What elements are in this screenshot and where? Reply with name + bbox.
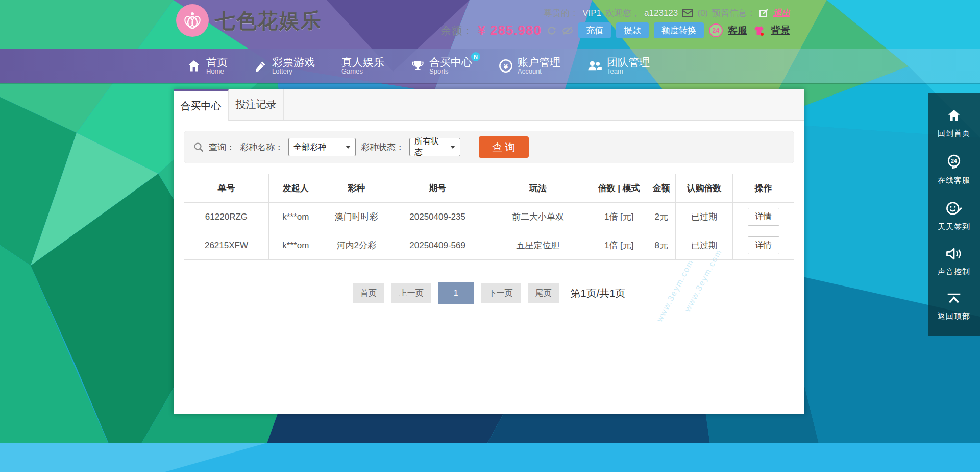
- next-page-button[interactable]: 下一页: [481, 283, 521, 303]
- welcome-text: 欢迎您，: [605, 7, 640, 19]
- cell-play: 前二大小单双: [485, 203, 591, 231]
- col-amount: 金额: [647, 174, 676, 203]
- group-buy-table: 单号 发起人 彩种 期号 玩法 倍数 | 模式 金额 认购倍数 操作 61220…: [184, 174, 794, 260]
- logout-link[interactable]: 退出: [773, 7, 790, 19]
- sidebar-item-sound[interactable]: 声音控制: [938, 247, 970, 277]
- nav-item-group-buy[interactable]: 合买中心Sports N: [411, 56, 472, 76]
- cell-amount: 8元: [647, 231, 676, 260]
- home-icon: [186, 59, 202, 73]
- search-icon: [193, 142, 204, 152]
- yen-coin-icon: ¥: [499, 59, 513, 73]
- detail-button[interactable]: 详情: [748, 208, 779, 226]
- cell-starter: k***om: [268, 203, 323, 231]
- sidebar-item-label: 天天签到: [938, 222, 970, 232]
- users-icon: [587, 59, 602, 73]
- customer-service-link[interactable]: 客服: [728, 24, 747, 37]
- username: a123123: [644, 8, 678, 18]
- refresh-icon[interactable]: [547, 26, 557, 36]
- cell-play: 五星定位胆: [485, 231, 591, 260]
- sidebar-item-home[interactable]: 回到首页: [938, 108, 970, 138]
- nav-label-en: Account: [518, 68, 560, 76]
- cell-order-no: 26215XFW: [184, 231, 269, 260]
- main-nav: 首页Home 彩票游戏Lottery 真人娱乐Games 合买中心Sports …: [0, 49, 980, 83]
- floating-sidebar: 回到首页 24 在线客服 天天签到 声音控制 返回顶部: [928, 93, 980, 336]
- user-prefix: 尊贵的：: [544, 7, 578, 19]
- new-badge: N: [471, 52, 480, 61]
- speaker-icon: [946, 247, 962, 263]
- edit-icon[interactable]: [760, 9, 769, 18]
- lottery-status-label: 彩种状态：: [361, 141, 404, 153]
- nav-label-zh: 合买中心: [429, 56, 472, 68]
- lottery-name-value: 全部彩种: [293, 142, 326, 153]
- content-panel: 合买中心 投注记录 查询： 彩种名称： 全部彩种 彩种状态： 所有状态 查 询 …: [174, 89, 804, 414]
- tshirt-icon: [752, 25, 766, 36]
- logo-text: 七色花娱乐: [215, 7, 322, 35]
- cell-order-no: 61220RZG: [184, 203, 269, 231]
- balance-row: 余额： ¥ 285.980 充值 提款 额度转换 24 客服 背景: [440, 22, 790, 38]
- trophy-icon: [411, 59, 425, 73]
- search-filter-bar: 查询： 彩种名称： 全部彩种 彩种状态： 所有状态 查 询: [184, 131, 794, 163]
- sidebar-item-label: 返回顶部: [938, 312, 970, 321]
- chevron-down-icon: [346, 146, 351, 149]
- quota-convert-button[interactable]: 额度转换: [654, 22, 704, 38]
- cell-starter: k***om: [268, 231, 323, 260]
- recharge-button[interactable]: 充值: [578, 22, 611, 38]
- nav-label-zh: 彩票游戏: [272, 56, 315, 68]
- tab-bet-records[interactable]: 投注记录: [229, 89, 284, 120]
- nav-item-lottery[interactable]: 彩票游戏Lottery: [254, 56, 315, 76]
- background-toggle-link[interactable]: 背景: [771, 24, 790, 37]
- table-row: 26215XFW k***om 河内2分彩 20250409-569 五星定位胆…: [184, 231, 794, 260]
- checkin-smiley-icon: [945, 201, 963, 218]
- status-badge: 已过期: [676, 231, 733, 260]
- query-button[interactable]: 查 询: [479, 136, 529, 158]
- lottery-name-select[interactable]: 全部彩种: [288, 138, 356, 156]
- logo[interactable]: 七色花娱乐: [176, 4, 322, 37]
- prev-page-button[interactable]: 上一页: [391, 283, 431, 303]
- first-page-button[interactable]: 首页: [353, 283, 384, 303]
- mail-count[interactable]: (0): [697, 8, 708, 18]
- sidebar-item-checkin[interactable]: 天天签到: [938, 201, 970, 232]
- nav-label-en: Team: [607, 68, 650, 76]
- svg-text:¥: ¥: [504, 62, 508, 70]
- page-info: 第1页/共1页: [571, 287, 626, 300]
- col-order-no: 单号: [184, 174, 269, 203]
- tab-group-buy-center[interactable]: 合买中心: [174, 89, 229, 121]
- withdraw-button[interactable]: 提款: [616, 22, 649, 38]
- mail-icon[interactable]: [682, 9, 693, 17]
- lottery-status-select[interactable]: 所有状态: [409, 138, 460, 156]
- nav-item-home[interactable]: 首页Home: [186, 56, 228, 76]
- balance-amount: ¥ 285.980: [478, 22, 542, 38]
- cell-amount: 2元: [647, 203, 676, 231]
- back-to-top-icon: [946, 292, 962, 307]
- home-icon: [946, 108, 962, 125]
- detail-button[interactable]: 详情: [748, 236, 779, 254]
- sidebar-item-service[interactable]: 24 在线客服: [938, 153, 970, 185]
- current-page-button[interactable]: 1: [438, 282, 474, 304]
- sidebar-item-back-to-top[interactable]: 返回顶部: [938, 292, 970, 321]
- nav-label-en: Sports: [429, 68, 472, 76]
- cell-multiple-mode: 1倍 [元]: [591, 203, 647, 231]
- cell-action: 详情: [733, 231, 794, 260]
- query-label: 查询：: [209, 141, 235, 153]
- col-issue: 期号: [390, 174, 485, 203]
- pagination: 首页 上一页 1 下一页 尾页 第1页/共1页: [174, 282, 804, 304]
- nav-label-zh: 真人娱乐: [341, 56, 384, 68]
- chevron-down-icon: [450, 146, 455, 149]
- eye-off-icon[interactable]: [562, 26, 573, 36]
- cell-issue: 20250409-235: [390, 203, 485, 231]
- service-24-icon: 24: [709, 23, 723, 37]
- sidebar-item-label: 回到首页: [938, 129, 970, 138]
- nav-label-en: Lottery: [272, 68, 315, 76]
- last-page-button[interactable]: 尾页: [528, 283, 559, 303]
- nav-item-account[interactable]: ¥ 账户管理Account: [499, 56, 560, 76]
- user-info-row: 尊贵的： VIP1 欢迎您， a123123 (0) 预留信息： 退出: [544, 7, 790, 19]
- sidebar-item-label: 声音控制: [938, 267, 970, 277]
- col-subscribe-multiple: 认购倍数: [676, 174, 733, 203]
- cell-multiple-mode: 1倍 [元]: [591, 231, 647, 260]
- nav-item-live-games[interactable]: 真人娱乐Games: [341, 56, 384, 76]
- cell-issue: 20250409-569: [390, 231, 485, 260]
- nav-item-team[interactable]: 团队管理Team: [587, 56, 650, 76]
- col-starter: 发起人: [268, 174, 323, 203]
- svg-text:24: 24: [951, 158, 957, 164]
- cell-action: 详情: [733, 203, 794, 231]
